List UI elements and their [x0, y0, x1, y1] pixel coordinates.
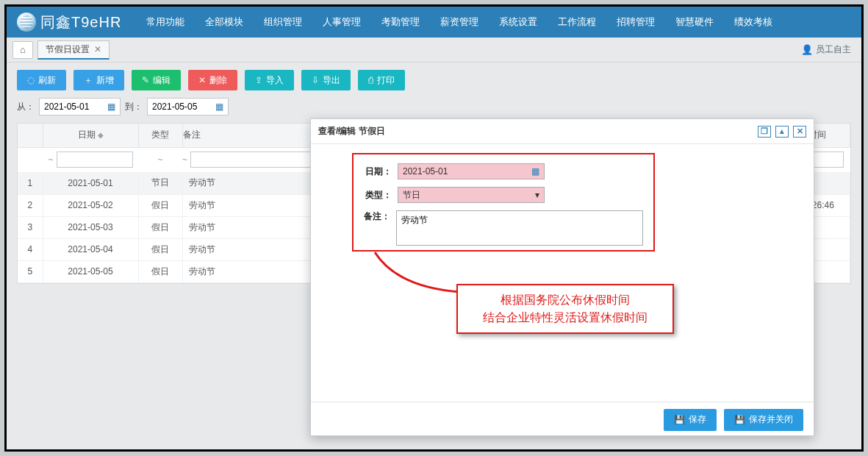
save-label: 保存	[689, 413, 706, 426]
edit-button[interactable]: ✎编辑	[132, 70, 181, 90]
close-icon[interactable]: ✕	[793, 126, 806, 138]
save-icon: 💾	[734, 415, 745, 425]
type-label: 类型：	[364, 189, 392, 202]
from-date-input[interactable]	[44, 101, 103, 112]
delete-label: 删除	[209, 74, 227, 87]
date-value: 2021-05-01	[403, 166, 448, 177]
remark-label: 备注：	[364, 210, 390, 223]
callout-line1: 根据国务院公布休假时间	[467, 291, 664, 309]
print-icon: ⎙	[368, 75, 373, 85]
highlight-box: 日期： 2021-05-01 ▦ 类型： 节日 ▾ 备注：	[352, 153, 655, 252]
nav-item-allmodules[interactable]: 全部模块	[195, 7, 254, 38]
modal-title: 查看/编辑 节假日	[318, 125, 385, 138]
restore-icon[interactable]: ❐	[758, 126, 771, 138]
modal-body: 日期： 2021-05-01 ▦ 类型： 节日 ▾ 备注：	[311, 144, 814, 402]
refresh-icon: ◌	[27, 75, 35, 85]
print-label: 打印	[377, 74, 395, 87]
import-icon: ⇪	[255, 75, 262, 85]
user-icon: 👤	[801, 44, 813, 55]
calendar-icon[interactable]: ▦	[531, 166, 539, 177]
nav-item-hr[interactable]: 人事管理	[312, 7, 371, 38]
nav-item-system[interactable]: 系统设置	[489, 7, 548, 38]
edit-icon: ✎	[142, 75, 149, 85]
plus-icon: ＋	[84, 74, 93, 87]
import-button[interactable]: ⇪导入	[245, 70, 294, 90]
to-date-field[interactable]: ▦	[147, 98, 229, 115]
nav-items: 常用功能 全部模块 组织管理 人事管理 考勤管理 薪资管理 系统设置 工作流程 …	[136, 7, 783, 38]
toolbar: ◌刷新 ＋新增 ✎编辑 ✕删除 ⇪导入 ⇩导出 ⎙打印	[7, 63, 861, 95]
filter-input-date[interactable]	[57, 152, 133, 168]
user-label: 员工自主	[816, 43, 851, 56]
home-icon: ⌂	[20, 44, 26, 55]
delete-button[interactable]: ✕删除	[188, 70, 237, 90]
save-icon: 💾	[674, 415, 685, 425]
tilde-icon: ~	[48, 154, 53, 165]
date-field[interactable]: 2021-05-01 ▦	[398, 163, 545, 179]
import-label: 导入	[266, 74, 284, 87]
tab-holiday-settings[interactable]: 节假日设置 ✕	[37, 40, 110, 60]
brand-name: 同鑫T9eHR	[40, 13, 121, 32]
annotation-callout: 根据国务院公布休假时间 结合企业特性灵活设置休假时间	[456, 284, 674, 334]
chevron-down-icon: ▾	[535, 190, 539, 200]
save-button[interactable]: 💾保存	[664, 409, 717, 431]
calendar-icon[interactable]: ▦	[107, 101, 115, 112]
close-icon[interactable]: ✕	[94, 44, 101, 54]
edit-label: 编辑	[153, 74, 171, 87]
modal-header: 查看/编辑 节假日 ❐ ▴ ✕	[311, 119, 814, 144]
export-icon: ⇩	[312, 75, 319, 85]
date-label: 日期：	[364, 165, 392, 178]
to-label: 到：	[125, 101, 143, 113]
callout-line2: 结合企业特性灵活设置休假时间	[467, 309, 664, 327]
add-button[interactable]: ＋新增	[73, 70, 124, 90]
nav-item-salary[interactable]: 薪资管理	[430, 7, 489, 38]
export-button[interactable]: ⇩导出	[301, 70, 351, 90]
from-date-field[interactable]: ▦	[39, 98, 121, 115]
tilde-icon: ~	[182, 154, 187, 165]
nav-item-workflow[interactable]: 工作流程	[548, 7, 606, 38]
maximize-icon[interactable]: ▴	[775, 126, 789, 138]
nav-item-recruit[interactable]: 招聘管理	[606, 7, 665, 38]
edit-holiday-modal: 查看/编辑 节假日 ❐ ▴ ✕ 日期： 2021-05-01 ▦ 类型：	[310, 118, 814, 436]
add-label: 新增	[96, 74, 114, 87]
type-value: 节日	[403, 189, 420, 202]
calendar-icon[interactable]: ▦	[215, 101, 223, 112]
user-area[interactable]: 👤 员工自主	[801, 43, 856, 56]
col-type[interactable]: 类型	[138, 124, 182, 147]
save-close-label: 保存并关闭	[749, 413, 793, 426]
nav-item-hardware[interactable]: 智慧硬件	[665, 7, 724, 38]
modal-footer: 💾保存 💾保存并关闭	[311, 402, 814, 437]
nav-item-org[interactable]: 组织管理	[254, 7, 312, 38]
export-label: 导出	[323, 74, 340, 87]
tab-label: 节假日设置	[46, 43, 90, 56]
refresh-label: 刷新	[38, 74, 56, 87]
refresh-button[interactable]: ◌刷新	[17, 70, 66, 90]
nav-item-performance[interactable]: 绩效考核	[724, 7, 783, 38]
type-select[interactable]: 节日 ▾	[398, 187, 545, 203]
col-index	[18, 124, 43, 147]
brand-logo-icon	[17, 13, 36, 32]
from-label: 从：	[17, 101, 35, 113]
delete-icon: ✕	[198, 75, 206, 85]
nav-item-attendance[interactable]: 考勤管理	[371, 7, 430, 38]
remark-textarea[interactable]	[396, 210, 643, 246]
brand: 同鑫T9eHR	[7, 13, 129, 32]
home-button[interactable]: ⌂	[12, 41, 33, 59]
save-close-button[interactable]: 💾保存并关闭	[724, 409, 803, 431]
nav-item-frequent[interactable]: 常用功能	[136, 7, 195, 38]
tilde-icon: ~	[157, 154, 162, 165]
top-nav: 同鑫T9eHR 常用功能 全部模块 组织管理 人事管理 考勤管理 薪资管理 系统…	[7, 7, 861, 38]
tab-bar: ⌂ 节假日设置 ✕ 👤 员工自主	[7, 38, 861, 63]
col-date[interactable]: 日期◆	[43, 124, 138, 147]
to-date-input[interactable]	[152, 101, 211, 112]
print-button[interactable]: ⎙打印	[358, 70, 405, 90]
sort-icon: ◆	[98, 131, 104, 139]
